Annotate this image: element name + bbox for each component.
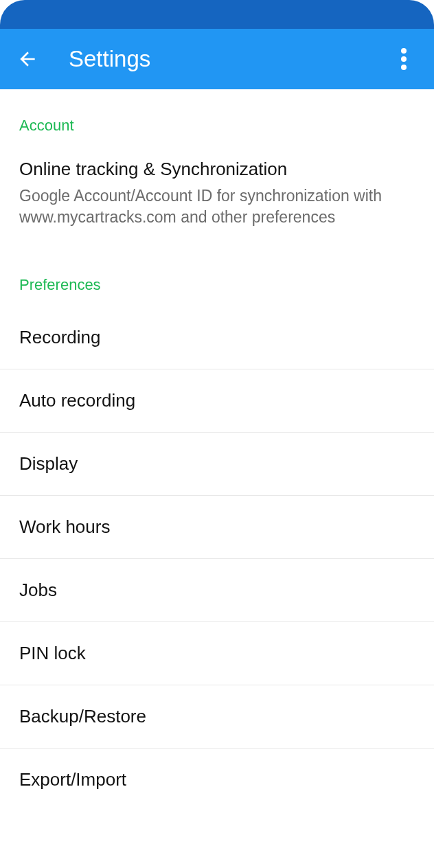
svg-point-0 bbox=[401, 48, 407, 54]
pref-item-auto-recording[interactable]: Auto recording bbox=[0, 369, 434, 433]
more-vert-icon bbox=[401, 48, 407, 70]
pref-item-backup-restore[interactable]: Backup/Restore bbox=[0, 685, 434, 749]
item-subtitle: Google Account/Account ID for synchroniz… bbox=[19, 185, 415, 228]
section-header-account: Account bbox=[0, 89, 434, 144]
more-button[interactable] bbox=[390, 45, 418, 73]
pref-item-export-import[interactable]: Export/Import bbox=[0, 749, 434, 811]
pref-item-jobs[interactable]: Jobs bbox=[0, 559, 434, 622]
pref-item-work-hours[interactable]: Work hours bbox=[0, 496, 434, 559]
svg-point-1 bbox=[401, 56, 407, 62]
toolbar-title: Settings bbox=[69, 46, 150, 72]
pref-item-pin-lock[interactable]: PIN lock bbox=[0, 622, 434, 685]
section-header-preferences: Preferences bbox=[0, 243, 434, 306]
arrow-left-icon bbox=[16, 48, 38, 70]
status-bar bbox=[0, 0, 434, 29]
pref-item-recording[interactable]: Recording bbox=[0, 306, 434, 369]
svg-point-2 bbox=[401, 65, 407, 70]
item-online-tracking[interactable]: Online tracking & Synchronization Google… bbox=[0, 144, 434, 243]
item-title: Online tracking & Synchronization bbox=[19, 158, 415, 181]
content: Account Online tracking & Synchronizatio… bbox=[0, 89, 434, 811]
back-button[interactable] bbox=[14, 45, 41, 73]
toolbar: Settings bbox=[0, 29, 434, 89]
pref-item-display[interactable]: Display bbox=[0, 433, 434, 496]
